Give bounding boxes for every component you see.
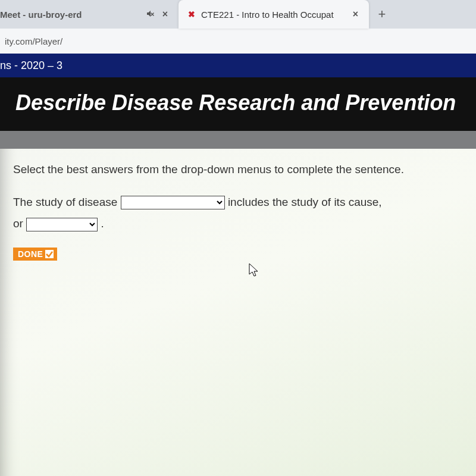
sentence-part-1: The study of disease <box>13 196 121 208</box>
tab-meet[interactable]: Meet - uru-broy-erd × <box>0 0 178 29</box>
done-button[interactable]: DONE <box>13 248 57 261</box>
close-icon[interactable]: × <box>350 8 361 21</box>
tab-strip: Meet - uru-broy-erd × ✖ CTE221 - Intro t… <box>0 0 476 29</box>
dropdown-1[interactable] <box>121 196 225 209</box>
url-text: ity.com/Player/ <box>5 36 62 46</box>
lesson-heading-text: Describe Disease Research and Prevention <box>15 90 456 115</box>
course-nav-bar: ns - 2020 – 3 <box>0 54 476 77</box>
divider <box>0 131 476 149</box>
tab-title: Meet - uru-broy-erd <box>0 10 141 20</box>
question-panel: Select the best answers from the drop-do… <box>0 149 476 476</box>
sentence: The study of disease includes the study … <box>13 192 463 234</box>
check-icon <box>45 250 54 258</box>
lesson-heading: Describe Disease Research and Prevention <box>0 77 476 131</box>
new-tab-button[interactable]: + <box>369 0 395 29</box>
done-label: DONE <box>18 249 43 259</box>
address-bar[interactable]: ity.com/Player/ <box>0 29 476 54</box>
sentence-part-2: includes the study of its cause, <box>228 196 382 208</box>
sentence-part-4: . <box>101 217 104 230</box>
sentence-part-3: or <box>13 217 26 230</box>
audio-muted-icon[interactable] <box>146 9 155 20</box>
tab-cte221[interactable]: ✖ CTE221 - Intro to Health Occupat × <box>178 0 369 29</box>
close-icon[interactable]: × <box>160 8 170 21</box>
site-favicon-icon: ✖ <box>187 10 196 19</box>
instruction-text: Select the best answers from the drop-do… <box>13 163 463 176</box>
cursor-icon <box>249 263 259 278</box>
tab-title: CTE221 - Intro to Health Occupat <box>201 10 346 20</box>
dropdown-2[interactable] <box>26 218 98 231</box>
course-nav-text: ns - 2020 – 3 <box>0 60 62 72</box>
